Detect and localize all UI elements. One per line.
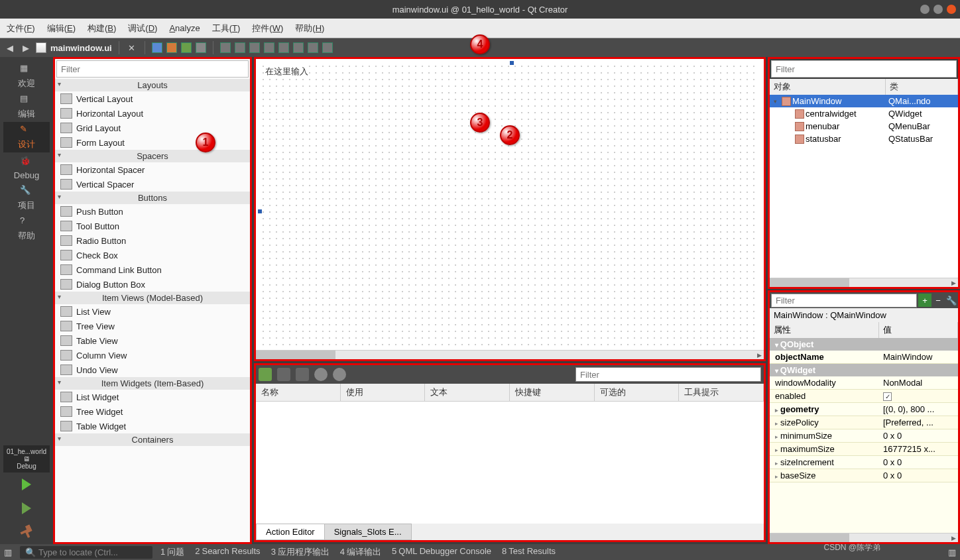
resize-handle[interactable] [258, 209, 262, 213]
object-row[interactable]: statusbarQStatusBar [770, 133, 958, 145]
property-value[interactable]: 0 x 0 [879, 469, 958, 482]
property-value[interactable]: ✓ [879, 390, 958, 402]
menu-item[interactable]: 文件(F) [7, 23, 35, 34]
nav-fwd-icon[interactable]: ▶ [20, 43, 32, 53]
property-col-name[interactable]: 属性 [770, 322, 879, 338]
action-tab[interactable]: Signals_Slots E... [324, 524, 412, 540]
locator-input[interactable]: 🔍 Type to locate (Ctrl... [20, 546, 152, 559]
layout-grid-icon[interactable] [278, 42, 289, 53]
property-row[interactable]: ▸geometry[(0, 0), 800 ... [770, 403, 958, 416]
expand-icon[interactable]: ▸ [775, 433, 778, 440]
menu-item[interactable]: 构建(B) [88, 23, 116, 34]
menu-item[interactable]: Analyze [169, 23, 200, 33]
configure-action-icon[interactable] [333, 368, 346, 381]
property-value[interactable]: [(0, 0), 800 ... [879, 403, 958, 416]
widget-item[interactable]: Horizontal Spacer [55, 162, 250, 177]
expand-icon[interactable]: ▸ [775, 473, 778, 480]
mode-编辑[interactable]: ▤编辑 [3, 91, 50, 122]
menu-item[interactable]: 工具(T) [212, 23, 241, 34]
configure-property-icon[interactable]: 🔧 [945, 294, 958, 307]
new-action-icon[interactable] [259, 368, 272, 381]
widget-item[interactable]: List Widget [55, 390, 250, 404]
property-table[interactable]: QObjectobjectNameMainWindowQWidgetwindow… [770, 338, 958, 533]
menu-item[interactable]: 调试(D) [128, 23, 157, 34]
action-column[interactable]: 名称 [256, 384, 341, 401]
category-header[interactable]: Spacers [55, 150, 250, 162]
widget-item[interactable]: Form Layout [55, 135, 250, 150]
widget-item[interactable]: Vertical Layout [55, 91, 250, 106]
object-col-name[interactable]: 对象 [770, 79, 886, 95]
action-column[interactable]: 快捷键 [510, 384, 595, 401]
object-h-scrollbar[interactable]: ▶ [770, 278, 958, 287]
close-button[interactable] [947, 5, 956, 14]
project-selector[interactable]: 01_he...world🖥Debug [3, 445, 50, 473]
widget-item[interactable]: Command Link Button [55, 262, 250, 277]
build-button[interactable] [3, 520, 50, 544]
widget-item[interactable]: Horizontal Layout [55, 106, 250, 121]
widget-item[interactable]: Push Button [55, 204, 250, 219]
output-pane-button[interactable]: 1问题 [160, 546, 184, 558]
property-value[interactable]: 0 x 0 [879, 429, 958, 442]
object-filter-input[interactable] [771, 60, 957, 78]
checkbox-icon[interactable]: ✓ [883, 392, 892, 401]
property-value[interactable]: MainWindow [879, 351, 958, 363]
menu-item[interactable]: 帮助(H) [295, 23, 324, 34]
object-row[interactable]: ▾MainWindowQMai...ndo [770, 95, 958, 107]
action-column[interactable]: 可选的 [595, 384, 680, 401]
run-debug-button[interactable] [3, 496, 50, 520]
edit-widgets-icon[interactable] [152, 42, 162, 53]
paste-action-icon[interactable] [296, 368, 309, 381]
action-tab[interactable]: Action Editor [256, 524, 325, 540]
property-value[interactable]: 0 x 0 [879, 456, 958, 469]
delete-action-icon[interactable] [314, 368, 328, 381]
action-table-body[interactable] [256, 402, 764, 524]
nav-back-icon[interactable]: ◀ [4, 43, 16, 53]
widget-item[interactable]: List View [55, 304, 250, 319]
property-row[interactable]: windowModalityNonModal [770, 376, 958, 390]
property-row[interactable]: ▸sizePolicy[Preferred, ... [770, 416, 958, 429]
widgetbox-filter-input[interactable] [56, 60, 249, 78]
property-row[interactable]: ▸baseSize0 x 0 [770, 469, 958, 482]
property-h-scrollbar[interactable]: ▶ [770, 533, 958, 542]
property-row[interactable]: ▸sizeIncrement0 x 0 [770, 456, 958, 469]
widget-item[interactable]: Tree Widget [55, 404, 250, 419]
form-canvas[interactable]: 在这里输入 [260, 63, 760, 355]
property-row[interactable]: objectNameMainWindow [770, 351, 958, 364]
layout-v-icon[interactable] [235, 42, 245, 53]
category-header[interactable]: Containers [55, 433, 250, 446]
expand-icon[interactable]: ▸ [775, 420, 778, 427]
category-header[interactable]: Buttons [55, 192, 250, 204]
action-column[interactable]: 工具提示 [679, 384, 764, 401]
widget-item[interactable]: Tree View [55, 319, 250, 333]
object-tree[interactable]: ▾MainWindowQMai...ndocentralwidgetQWidge… [770, 95, 958, 278]
layout-vsplit-icon[interactable] [264, 42, 274, 53]
resize-handle[interactable] [510, 61, 514, 65]
property-filter-input[interactable] [771, 294, 917, 308]
menu-item[interactable]: 编辑(E) [47, 23, 76, 34]
widget-item[interactable]: Tool Button [55, 219, 250, 233]
property-row[interactable]: enabled✓ [770, 390, 958, 403]
object-row[interactable]: menubarQMenuBar [770, 120, 958, 133]
category-header[interactable]: Layouts [55, 79, 250, 91]
layout-h-icon[interactable] [220, 42, 231, 53]
widget-item[interactable]: Undo View [55, 363, 250, 377]
toggle-left-icon[interactable]: ▥ [4, 547, 12, 557]
property-value[interactable]: 16777215 x... [879, 443, 958, 455]
adjust-size-icon[interactable] [322, 42, 333, 53]
output-pane-button[interactable]: 3应用程序输出 [271, 546, 330, 558]
layout-form-icon[interactable] [293, 42, 304, 53]
property-col-value[interactable]: 值 [879, 322, 958, 338]
break-layout-icon[interactable] [308, 42, 318, 53]
object-col-class[interactable]: 类 [886, 79, 958, 95]
widget-item[interactable]: Table View [55, 333, 250, 348]
action-column[interactable]: 使用 [341, 384, 426, 401]
widget-item[interactable]: Radio Button [55, 233, 250, 248]
toggle-right-icon[interactable]: ▥ [948, 547, 956, 557]
output-pane-button[interactable]: 2Search Results [195, 546, 260, 558]
layout-hsplit-icon[interactable] [249, 42, 260, 53]
widget-item[interactable]: Check Box [55, 248, 250, 262]
widget-item[interactable]: Table Widget [55, 419, 250, 433]
expand-icon[interactable]: ▾ [774, 98, 780, 105]
menu-placeholder[interactable]: 在这里输入 [265, 66, 308, 78]
output-pane-button[interactable]: 5QML Debugger Console [392, 546, 491, 558]
